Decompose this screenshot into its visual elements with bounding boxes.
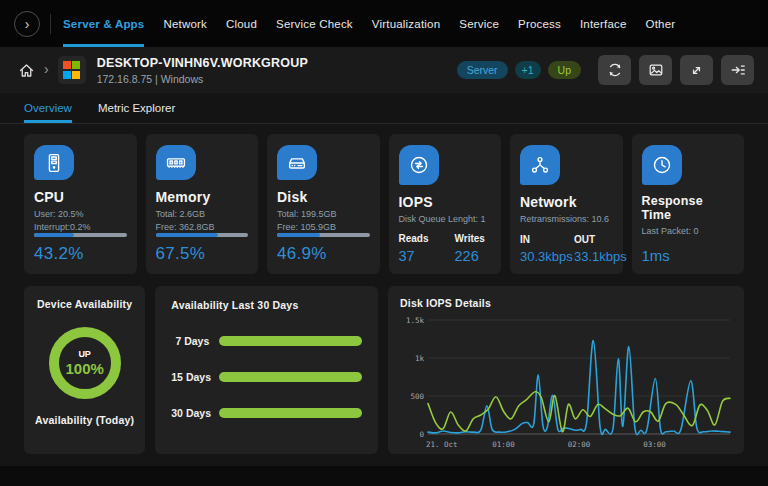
- disk-total-line: Total: 199.5GB: [277, 208, 370, 220]
- device-info: DESKTOP-VINHN6V.WORKGROUP 172.16.8.75 | …: [97, 56, 308, 85]
- donut-status: UP: [78, 349, 91, 359]
- card-title: CPU: [34, 189, 127, 205]
- reads-value: 37: [399, 248, 439, 264]
- retransmissions-line: Retransmissions: 10.6: [520, 213, 613, 225]
- nav-item-virtualization[interactable]: Virtualization: [372, 0, 440, 47]
- nav-item-service-check[interactable]: Service Check: [276, 0, 353, 47]
- disk-icon: [277, 145, 317, 180]
- disk-card: Disk Total: 199.5GB Free: 105.9GB 46.9%: [267, 134, 380, 274]
- in-label: IN: [520, 234, 566, 245]
- availability-bars: 7 Days15 Days30 Days: [171, 335, 362, 419]
- disk-free-line: Free: 105.9GB: [277, 221, 370, 233]
- svg-text:1k: 1k: [415, 354, 425, 363]
- svg-text:500: 500: [410, 392, 424, 401]
- svg-text:1.5k: 1.5k: [406, 316, 425, 325]
- memory-percent: 67.5%: [156, 244, 249, 264]
- writes-label: Writes: [455, 233, 495, 244]
- memory-progress-bar: [156, 233, 249, 237]
- breadcrumb-chevron-icon: ›: [44, 61, 49, 77]
- open-panel-button[interactable]: [721, 55, 754, 85]
- enter-panel-icon: [730, 62, 746, 78]
- disk-iops-line-chart: 05001k1.5k21. Oct01:0002:0003:00: [400, 312, 734, 458]
- last-packet-line: Last Packet: 0: [642, 225, 735, 237]
- card-title: Network: [520, 194, 613, 210]
- memory-free-line: Free: 362.8GB: [156, 221, 249, 233]
- donut-value: 100%: [65, 360, 103, 377]
- tab-metric-explorer[interactable]: Metric Explorer: [98, 93, 175, 123]
- availability-bar: [219, 408, 362, 418]
- bottom-row: Device Availability UP 100% Availability…: [24, 286, 744, 454]
- device-availability-card: Device Availability UP 100% Availability…: [24, 286, 145, 454]
- nav-item-cloud[interactable]: Cloud: [226, 0, 257, 47]
- card-title: IOPS: [399, 194, 492, 210]
- reads-label: Reads: [399, 233, 439, 244]
- network-columns: IN 30.3kbps OUT 33.1kbps: [520, 234, 613, 264]
- bar-label: 30 Days: [171, 407, 219, 419]
- nav-item-service[interactable]: Service: [459, 0, 499, 47]
- memory-card: Memory Total: 2.6GB Free: 362.8GB 67.5%: [146, 134, 259, 274]
- collapse-toggle-button[interactable]: ›: [14, 11, 40, 37]
- bar-label: 7 Days: [171, 335, 219, 347]
- home-icon: [18, 62, 35, 79]
- in-value: 30.3kbps: [520, 249, 566, 264]
- top-nav: › Server & AppsNetworkCloudService Check…: [0, 0, 768, 47]
- clock-icon: [642, 145, 682, 185]
- availability-30days-card: Availability Last 30 Days 7 Days15 Days3…: [155, 286, 378, 454]
- network-card: Network Retransmissions: 10.6 IN 30.3kbp…: [510, 134, 623, 274]
- writes-value: 226: [455, 248, 495, 264]
- status-badge-up: Up: [548, 61, 581, 79]
- windows-logo: [58, 56, 86, 84]
- metric-cards-row: CPU User: 20.5% Interrupt:0.2% 43.2% Mem…: [24, 134, 744, 274]
- disk-iops-chart-card: Disk IOPS Details 05001k1.5k21. Oct01:00…: [388, 286, 744, 454]
- icon-button-group: [598, 55, 754, 85]
- cpu-icon: [34, 145, 74, 180]
- image-icon: [648, 62, 664, 78]
- device-header: › DESKTOP-VINHN6V.WORKGROUP 172.16.8.75 …: [0, 47, 768, 93]
- nav-item-process[interactable]: Process: [518, 0, 561, 47]
- nav-divider: [50, 14, 51, 34]
- svg-text:0: 0: [419, 430, 424, 439]
- expand-button[interactable]: [680, 55, 713, 85]
- svg-text:01:00: 01:00: [492, 440, 515, 449]
- svg-text:03:00: 03:00: [643, 440, 666, 449]
- home-button[interactable]: [18, 62, 35, 79]
- nav-item-server-apps[interactable]: Server & Apps: [63, 0, 144, 47]
- tab-overview[interactable]: Overview: [24, 93, 72, 123]
- availability-caption: Availability (Today): [32, 414, 137, 426]
- nav-item-network[interactable]: Network: [163, 0, 207, 47]
- availability-bar-row: 30 Days: [171, 407, 362, 419]
- iops-icon: [399, 145, 439, 185]
- nav-item-interface[interactable]: Interface: [580, 0, 627, 47]
- view-tabs: Overview Metric Explorer: [0, 93, 768, 124]
- response-time-card: Response Time Last Packet: 0 1ms: [632, 134, 745, 274]
- dashboard-page: › Server & AppsNetworkCloudService Check…: [0, 0, 768, 486]
- availability-title: Device Availability: [32, 298, 137, 310]
- refresh-button[interactable]: [598, 55, 631, 85]
- availability-bar: [219, 336, 362, 346]
- expand-icon: [689, 63, 704, 78]
- cpu-card: CPU User: 20.5% Interrupt:0.2% 43.2%: [24, 134, 137, 274]
- header-actions: Server +1 Up: [457, 55, 754, 85]
- nav-item-other[interactable]: Other: [646, 0, 676, 47]
- refresh-icon: [607, 62, 623, 78]
- chart-title: Disk IOPS Details: [400, 297, 734, 309]
- badge-plus-count[interactable]: +1: [515, 61, 541, 79]
- svg-text:21. Oct: 21. Oct: [426, 440, 458, 449]
- device-name: DESKTOP-VINHN6V.WORKGROUP: [97, 56, 308, 70]
- availability-bar-row: 15 Days: [171, 371, 362, 383]
- cpu-user-line: User: 20.5%: [34, 208, 127, 220]
- cpu-interrupt-line: Interrupt:0.2%: [34, 221, 127, 233]
- card-title: Memory: [156, 189, 249, 205]
- chevron-right-icon: ›: [25, 16, 30, 32]
- memory-icon: [156, 145, 196, 180]
- snapshot-button[interactable]: [639, 55, 672, 85]
- iops-card: IOPS Disk Queue Lenght: 1 Reads 37 Write…: [389, 134, 502, 274]
- iops-queue-line: Disk Queue Lenght: 1: [399, 213, 492, 225]
- bar-label: 15 Days: [171, 371, 219, 383]
- out-label: OUT: [574, 234, 614, 245]
- response-time-value: 1ms: [642, 247, 735, 264]
- availability-bar-row: 7 Days: [171, 335, 362, 347]
- card-title: Response Time: [642, 194, 735, 222]
- badge-server[interactable]: Server: [457, 61, 508, 79]
- network-icon: [520, 145, 560, 185]
